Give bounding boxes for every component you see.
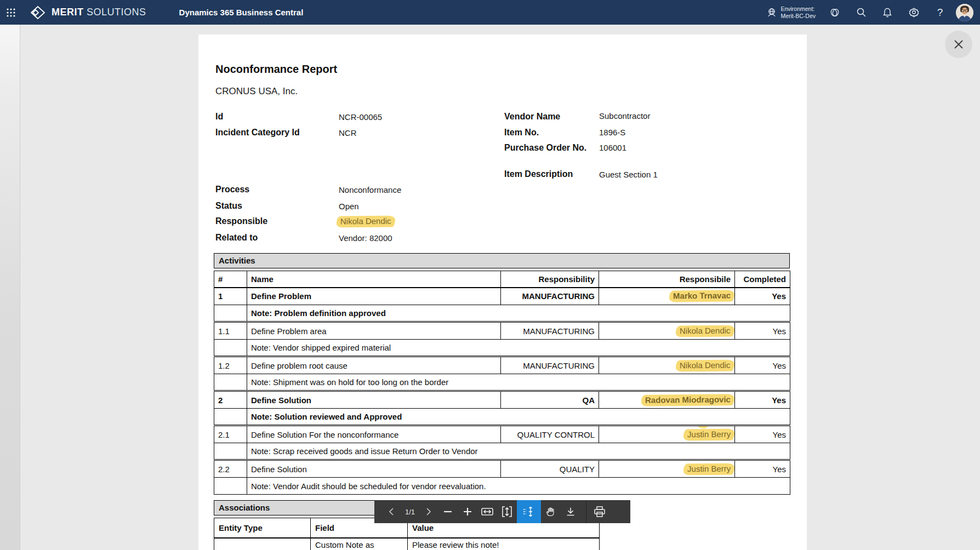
activity-note-row: Note: Vendor Audit should be scheduled f… [214,478,790,495]
help-icon: ? [937,7,943,19]
highlighted-name: Radovan Miodragovic [641,394,734,406]
highlighted-name: Nikola Dendic [676,325,734,337]
activity-note-row: Note: Vendor shipped expired material [214,340,790,357]
pan-tool-button[interactable] [541,500,561,523]
highlighted-name: Nikola Dendic [337,216,395,228]
fit-to-width-button[interactable] [477,500,497,523]
zoom-in-button[interactable] [458,500,477,523]
previous-page-button[interactable] [382,500,402,523]
environment-text: Environment: Merit-BC-Dev [780,5,816,19]
fit-to-height-button[interactable] [497,500,517,523]
avatar-photo [956,4,973,21]
select-text-tool-button[interactable] [517,500,541,523]
toolbar-divider [586,500,586,523]
field-value-purchase-order-no: 106001 [599,143,626,152]
field-value-status: Open [339,202,359,211]
activity-note-row: Note: Solution reviewed and Approved [214,409,790,426]
app-launcher-button[interactable] [0,0,22,25]
col-responsible: Responsibile [599,271,735,288]
field-value-id: NCR-00065 [339,112,382,122]
zoom-out-button[interactable] [438,500,458,523]
settings-button[interactable] [903,0,924,25]
activity-row: 2.2 Define Solution QUALITY Justin Berry… [214,460,790,478]
search-button[interactable] [851,0,871,25]
field-label-purchase-order-no: Purchase Order No. [504,143,592,153]
environment-label: Environment: [780,5,816,13]
field-value-responsible: Nikola Dendic [337,216,391,227]
activity-row: 2 Define Solution QA Radovan Miodragovic… [214,391,790,409]
activity-row: 1.1 Define Problem area MANUFACTURING Ni… [214,322,790,340]
chevron-left-icon [388,507,396,517]
col-responsibility: Responsibility [501,271,599,288]
field-label-vendor-name: Vendor Name [504,112,560,122]
field-value-process: Nonconformance [339,185,401,194]
brand-name: MERIT SOLUTIONS [52,7,146,18]
highlighted-name: Nikola Dendic [676,359,734,371]
fit-height-icon [501,506,513,518]
field-label-id: Id [215,112,223,122]
field-value-vendor-name: Subcontractor [599,111,650,121]
activity-note-row: Note: Scrap received goods and issue Ret… [214,443,790,460]
next-page-button[interactable] [418,500,438,523]
pdf-viewer-toolbar: 1/1 [374,500,630,523]
field-value-incident-category: NCR [339,128,357,138]
fit-width-icon [481,506,494,517]
user-avatar[interactable] [956,4,973,21]
copilot-button[interactable] [824,0,845,25]
field-label-related-to: Related to [215,233,258,243]
close-preview-button[interactable] [945,31,972,58]
gear-icon [909,7,919,18]
col-num: # [214,271,247,288]
activities-table: # Name Responsibility Responsibile Compl… [214,271,790,495]
topbar-actions: Environment: Merit-BC-Dev [766,0,980,25]
highlighted-name: Justin Berry [683,463,734,475]
environment-globe-icon [766,7,777,18]
field-value-item-no: 1896-S [599,128,625,137]
download-icon [565,506,577,518]
close-icon [953,38,965,50]
activities-section-header: Activities [214,253,790,268]
print-button[interactable] [590,500,609,523]
plus-icon [462,506,473,517]
field-label-process: Process [215,185,249,194]
text-selection-icon [522,506,535,518]
activity-note-row: Note: Shipment was on hold for too long … [214,374,790,391]
merit-logo-icon [30,5,46,20]
report-page: Noconformance Report CRONUS USA, Inc. Id… [198,35,807,550]
field-label-responsible: Responsible [215,216,267,226]
bell-icon [882,7,892,18]
screen: MERIT SOLUTIONS Dynamics 365 Business Ce… [0,0,980,550]
activity-row: 2.1 Define Solution For the nonconforman… [214,426,790,443]
highlighted-name: Justin Berry [683,428,734,440]
highlighted-name: Marko Trnavac [669,290,734,302]
page-indicator: 1/1 [402,508,418,516]
environment-name: Merit-BC-Dev [780,13,816,20]
activity-row: 1.2 Define problem root cause MANUFACTUR… [214,357,790,374]
app-launcher-icon [7,8,15,17]
top-navigation-bar: MERIT SOLUTIONS Dynamics 365 Business Ce… [0,0,980,25]
hand-icon [545,506,557,518]
environment-indicator[interactable]: Environment: Merit-BC-Dev [766,5,816,19]
field-value-item-description: Guest Section 1 [599,170,658,179]
product-title[interactable]: Dynamics 365 Business Central [179,8,304,17]
activity-note-row: Note: Problem definition approved [214,305,790,322]
download-button[interactable] [561,500,580,523]
association-row: Custom Note as Please review this note! [214,538,600,550]
merit-solutions-logo[interactable]: MERIT SOLUTIONS [30,5,146,20]
report-title: Noconformance Report [215,63,337,76]
field-label-item-description: Item Description [504,169,573,179]
activity-row: 1 Define Problem MANUFACTURING Marko Trn… [214,288,790,305]
col-completed: Completed [735,271,790,288]
brand-bold: MERIT [52,7,84,18]
field-label-status: Status [215,201,242,211]
field-label-incident-category: Incident Category Id [215,128,300,138]
help-button[interactable]: ? [930,0,950,25]
notifications-button[interactable] [877,0,898,25]
brand-light: SOLUTIONS [87,7,146,18]
printer-icon [593,506,606,518]
field-label-item-no: Item No. [504,128,539,138]
minus-icon [442,506,453,517]
field-value-related-to: Vendor: 82000 [339,233,392,243]
search-icon [856,7,867,18]
col-name: Name [247,271,501,288]
